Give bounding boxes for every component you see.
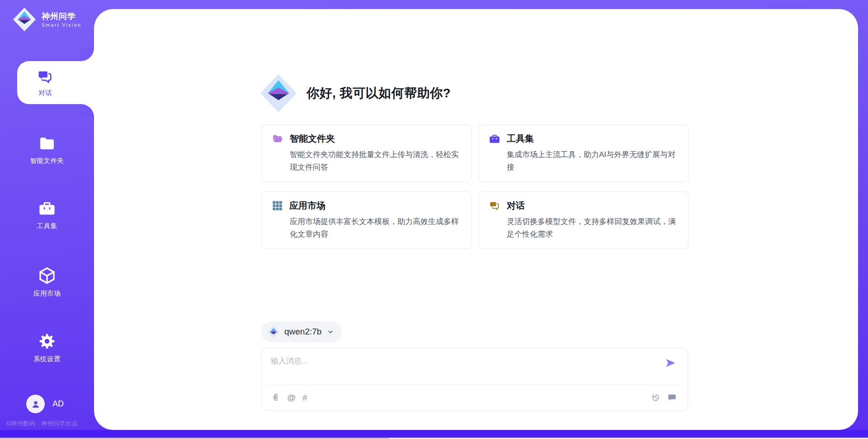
grid-icon	[272, 200, 283, 211]
brand-subtitle: Smart Vision	[42, 22, 81, 28]
comment-icon[interactable]	[667, 393, 677, 402]
message-composer: @ #	[261, 348, 688, 411]
card-title: 智能文件夹	[290, 133, 335, 145]
sidebar-item-label: 应用市场	[33, 289, 61, 298]
send-icon[interactable]	[664, 357, 677, 369]
briefcase-icon	[489, 133, 500, 145]
hashtag-icon[interactable]: #	[302, 393, 307, 402]
card-title: 应用市场	[289, 200, 326, 212]
model-name: qwen2:7b	[284, 327, 321, 337]
card-title: 对话	[507, 200, 525, 212]
sidebar-item-label: 系统设置	[33, 355, 61, 363]
brand-logo: 神州问学 Smart Vision	[13, 7, 81, 32]
user-initials: AD	[52, 399, 64, 409]
chevron-down-icon	[326, 328, 335, 336]
card-description: 智能文件夹功能支持批量文件上传与清洗，轻松实现文件问答	[290, 148, 461, 174]
briefcase-icon	[38, 200, 56, 218]
copyright-text: ©神州数码 · 神州问学出品	[6, 420, 78, 428]
chat-bubbles-icon	[489, 200, 500, 212]
sidebar-item-label: 智能文件夹	[30, 157, 64, 165]
sidebar-item-label: 工具集	[37, 222, 57, 230]
card-title: 工具集	[507, 133, 534, 145]
message-input[interactable]	[271, 353, 651, 369]
greeting-diamond-icon	[260, 74, 297, 113]
sidebar-item-chat-inner: 对话	[17, 61, 73, 104]
avatar	[26, 395, 45, 413]
gear-icon	[38, 332, 57, 351]
toolbar-right	[651, 393, 677, 402]
toolbar-left: @ #	[271, 393, 307, 402]
sidebar: 神州问学 Smart Vision 对话	[0, 0, 94, 439]
composer-toolbar: @ #	[271, 384, 677, 410]
brand-text: 神州问学 Smart Vision	[42, 11, 81, 28]
card-description: 集成市场上主流工具，助力AI与外界无缝扩展与对接	[507, 148, 678, 174]
sidebar-item-toolset[interactable]: 工具集	[0, 200, 94, 230]
card-toolset[interactable]: 工具集 集成市场上主流工具，助力AI与外界无缝扩展与对接	[478, 124, 689, 182]
main-panel: 你好, 我可以如何帮助你? 智能文件夹 智能文件夹功能支持批量文件上传与清洗，轻…	[94, 9, 858, 430]
sidebar-item-app-market[interactable]: 应用市场	[0, 266, 94, 298]
brand-name: 神州问学	[42, 11, 81, 22]
folder-open-icon	[272, 133, 283, 145]
sidebar-item-smart-folder[interactable]: 智能文件夹	[0, 134, 94, 165]
folder-icon	[38, 134, 56, 153]
cube-icon	[38, 266, 57, 285]
chat-bubbles-icon	[37, 68, 54, 86]
history-icon[interactable]	[651, 393, 660, 402]
card-chat[interactable]: 对话 灵活切换多模型文件，支持多样回复效果调试，满足个性化需求	[478, 191, 689, 249]
model-diamond-icon	[268, 326, 279, 338]
user-account[interactable]: AD	[26, 395, 64, 413]
sidebar-item-label: 对话	[38, 89, 52, 97]
sidebar-item-settings[interactable]: 系统设置	[0, 332, 94, 363]
greeting-section: 你好, 我可以如何帮助你?	[260, 74, 451, 113]
greeting-title: 你好, 我可以如何帮助你?	[307, 85, 451, 102]
card-app-market[interactable]: 应用市场 应用市场提供丰富长文本模板，助力高效生成多样化文章内容	[261, 191, 472, 249]
card-description: 灵活切换多模型文件，支持多样回复效果调试，满足个性化需求	[507, 215, 678, 241]
bottom-accent-strip	[0, 430, 868, 438]
brand-diamond-icon	[13, 7, 36, 32]
app-root: 神州问学 Smart Vision 对话	[0, 0, 868, 439]
card-description: 应用市场提供丰富长文本模板，助力高效生成多样化文章内容	[290, 215, 461, 241]
paperclip-icon[interactable]	[271, 393, 280, 402]
sidebar-item-chat[interactable]: 对话	[17, 61, 94, 104]
mention-icon[interactable]: @	[287, 393, 296, 402]
model-selector[interactable]: qwen2:7b	[261, 321, 342, 342]
feature-cards: 智能文件夹 智能文件夹功能支持批量文件上传与清洗，轻松实现文件问答 工具集 集成…	[261, 124, 689, 249]
card-smart-folder[interactable]: 智能文件夹 智能文件夹功能支持批量文件上传与清洗，轻松实现文件问答	[261, 124, 472, 182]
person-icon	[30, 399, 41, 410]
